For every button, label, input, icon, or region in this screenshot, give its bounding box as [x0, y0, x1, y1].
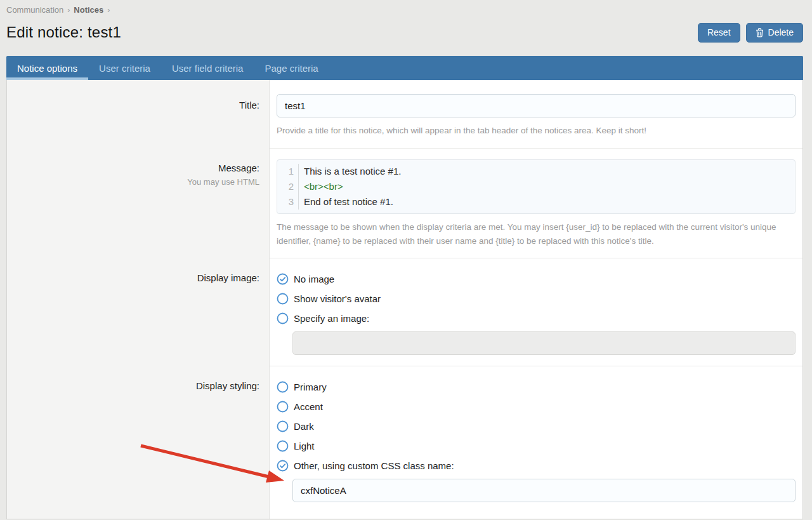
delete-button-label: Delete [768, 27, 794, 37]
radio-unchecked-icon [277, 293, 289, 305]
breadcrumb-notices[interactable]: Notices [74, 5, 103, 15]
reset-button-label: Reset [707, 27, 731, 37]
tab-notice-options[interactable]: Notice options [6, 56, 88, 80]
image-url-input[interactable] [292, 331, 796, 355]
radio-label: Light [294, 441, 315, 451]
message-code-editor[interactable]: 1 2 3 This is a test notice #1. <br><br>… [277, 159, 796, 214]
message-label-text: Message: [7, 163, 259, 173]
code-line: <br><br> [304, 179, 795, 194]
header-actions: Reset Delete [698, 23, 803, 43]
display-styling-row: Display styling: Primary Accent Dark Lig… [7, 366, 802, 519]
radio-styling-dark[interactable]: Dark [277, 417, 796, 436]
radio-label: Dark [294, 421, 314, 432]
radio-specify-image[interactable]: Specify an image: [277, 309, 796, 328]
breadcrumb: Communication›Notices› [6, 5, 803, 15]
radio-label: Other, using custom CSS class name: [294, 460, 454, 471]
tab-bar: Notice options User criteria User field … [6, 56, 803, 80]
breadcrumb-communication[interactable]: Communication [6, 5, 63, 15]
form-body: Title: Provide a title for this notice, … [6, 80, 803, 519]
code-line-numbers: 1 2 3 [277, 164, 299, 210]
radio-unchecked-icon [277, 440, 289, 452]
delete-button[interactable]: Delete [746, 23, 803, 43]
radio-styling-other-css[interactable]: Other, using custom CSS class name: [277, 456, 796, 476]
line-number: 3 [277, 194, 294, 210]
radio-unchecked-icon [277, 381, 289, 393]
radio-label: Show visitor's avatar [294, 293, 381, 304]
page-title: Edit notice: test1 [6, 23, 121, 41]
message-row: Message: You may use HTML 1 2 3 This is … [7, 149, 802, 258]
radio-label: Accent [294, 401, 323, 412]
message-explain: The message to be shown when the display… [277, 220, 792, 248]
trash-icon [756, 28, 764, 37]
code-line: This is a test notice #1. [304, 164, 795, 179]
radio-unchecked-icon [277, 401, 289, 413]
message-html-hint: You may use HTML [7, 177, 259, 187]
display-image-row: Display image: No image Show visitor's a… [7, 258, 802, 366]
radio-checked-icon [277, 460, 289, 472]
radio-label: Specify an image: [294, 313, 369, 324]
display-image-label: Display image: [7, 258, 270, 366]
tab-label: Page criteria [265, 63, 318, 74]
radio-label: Primary [294, 382, 327, 392]
reset-button[interactable]: Reset [698, 23, 740, 43]
radio-styling-light[interactable]: Light [277, 436, 796, 456]
tab-user-criteria[interactable]: User criteria [88, 56, 161, 80]
title-input[interactable] [277, 94, 796, 117]
code-line: End of test notice #1. [304, 194, 795, 210]
radio-label: No image [294, 274, 334, 284]
page-header: Communication›Notices› Edit notice: test… [0, 0, 812, 43]
radio-no-image[interactable]: No image [277, 269, 796, 289]
title-explain: Provide a title for this notice, which w… [277, 124, 792, 138]
edit-notice-form: Notice options User criteria User field … [6, 56, 803, 519]
tab-user-field-criteria[interactable]: User field criteria [161, 56, 254, 80]
display-styling-label: Display styling: [7, 366, 270, 519]
radio-show-avatar[interactable]: Show visitor's avatar [277, 289, 796, 309]
tab-label: Notice options [17, 63, 77, 74]
radio-checked-icon [277, 273, 289, 285]
radio-styling-primary[interactable]: Primary [277, 377, 796, 397]
title-row: Title: Provide a title for this notice, … [7, 80, 802, 149]
line-number: 1 [277, 164, 294, 179]
title-label: Title: [7, 80, 270, 149]
tab-label: User field criteria [172, 63, 244, 74]
tab-page-criteria[interactable]: Page criteria [254, 56, 329, 80]
tab-label: User criteria [99, 63, 150, 74]
breadcrumb-separator-icon: › [67, 6, 70, 15]
message-label: Message: You may use HTML [7, 149, 270, 258]
code-lines: This is a test notice #1. <br><br> End o… [299, 164, 795, 210]
breadcrumb-separator-icon: › [107, 6, 110, 15]
radio-unchecked-icon [277, 312, 289, 324]
radio-unchecked-icon [277, 420, 289, 432]
radio-styling-accent[interactable]: Accent [277, 397, 796, 417]
line-number: 2 [277, 179, 294, 194]
custom-css-class-input[interactable] [292, 479, 796, 502]
